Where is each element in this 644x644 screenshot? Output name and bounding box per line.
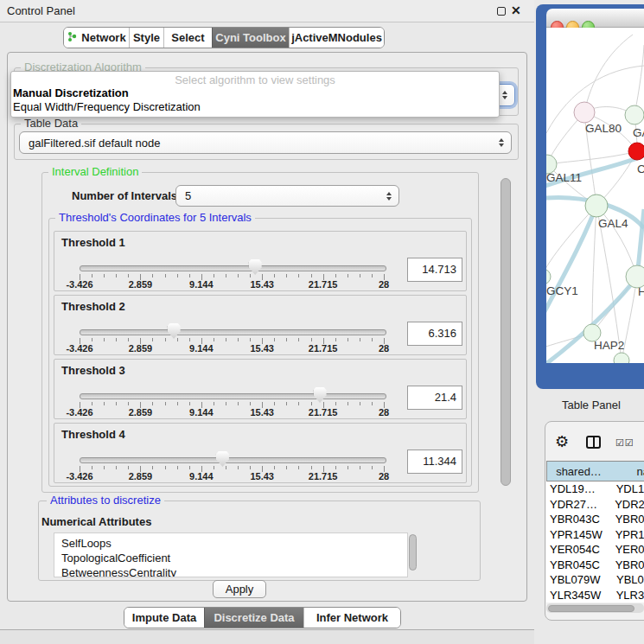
threshold-2-value-field[interactable]: 6.316 bbox=[407, 322, 462, 346]
bottom-node[interactable] bbox=[614, 353, 629, 363]
network-canvas[interactable]: GAL80GACGAL11GAL4GCY1HHAP2 bbox=[546, 28, 644, 363]
red-node[interactable] bbox=[628, 143, 644, 160]
tick-mark bbox=[128, 274, 129, 277]
threshold-3-value-field[interactable]: 21.4 bbox=[407, 386, 462, 410]
gal80-node[interactable] bbox=[574, 102, 595, 123]
table-cell[interactable]: YBR0 bbox=[614, 558, 644, 573]
table-cell[interactable]: YPR145W bbox=[546, 527, 614, 543]
tab-jactivemnodules[interactable]: jActiveMNodules bbox=[289, 28, 384, 48]
settings-scrollbar-thumb[interactable] bbox=[501, 178, 511, 486]
table-cell[interactable]: YER0 bbox=[614, 542, 644, 558]
attributes-scrollbar-thumb[interactable] bbox=[409, 534, 417, 571]
tick-mark bbox=[360, 402, 360, 405]
table-cell[interactable]: YBR0 bbox=[614, 512, 644, 527]
table-panel-title: Table Panel bbox=[562, 399, 621, 411]
table-row[interactable]: YBR045CYBR0 bbox=[546, 558, 644, 573]
tab-label: Infer Network bbox=[316, 611, 388, 624]
tab-style[interactable]: Style bbox=[129, 28, 163, 48]
checkboxes-icon[interactable]: ☑☑ bbox=[615, 437, 634, 449]
table-cell[interactable]: YLR345W bbox=[546, 588, 615, 603]
threshold-3-slider-thumb[interactable] bbox=[314, 387, 327, 403]
tab-network[interactable]: Network bbox=[64, 28, 129, 48]
number-of-intervals-combobox[interactable]: 5 bbox=[175, 185, 399, 207]
threshold-4-slider-thumb[interactable] bbox=[216, 451, 229, 467]
gcy1-node[interactable] bbox=[546, 269, 551, 284]
network-window-titlebar[interactable] bbox=[546, 9, 644, 28]
list-item[interactable]: BetweennessCentrality bbox=[54, 565, 407, 577]
list-item[interactable]: TopologicalCoefficient bbox=[54, 551, 407, 565]
table-row[interactable]: YLR345WYLR3 bbox=[546, 588, 644, 603]
table-cell[interactable]: YDR27… bbox=[546, 497, 613, 513]
split-columns-icon[interactable] bbox=[586, 436, 601, 449]
tick-mark bbox=[92, 466, 92, 469]
tab-cyni-toolbox[interactable]: Cyni Toolbox bbox=[212, 28, 289, 48]
network-edge-thick bbox=[546, 206, 596, 325]
table-cell[interactable]: YER054C bbox=[546, 542, 614, 558]
tick-mark bbox=[226, 338, 226, 341]
bottom-strip bbox=[0, 629, 534, 644]
tick-label: 2.859 bbox=[129, 279, 153, 290]
tab-label: Style bbox=[133, 31, 160, 44]
settings-scrollbar-track[interactable] bbox=[498, 166, 513, 577]
tick-mark bbox=[298, 274, 299, 277]
close-icon[interactable]: ✕ bbox=[511, 3, 521, 17]
threshold-1-slider-track[interactable] bbox=[80, 265, 386, 271]
network-graph: GAL80GACGAL11GAL4GCY1HHAP2 bbox=[546, 28, 644, 363]
table-cell[interactable]: YLR3 bbox=[615, 588, 644, 603]
tick-mark bbox=[335, 402, 336, 405]
table-cell[interactable]: YBL079W bbox=[546, 572, 615, 588]
numerical-attributes-list[interactable]: SelfLoopsTopologicalCoefficientBetweenne… bbox=[54, 532, 408, 577]
tab-discretize-data[interactable]: Discretize Data bbox=[204, 608, 303, 628]
column-header-name[interactable]: na bbox=[610, 461, 644, 481]
table-cell[interactable]: YBR043C bbox=[546, 512, 614, 527]
tick-mark bbox=[226, 466, 226, 469]
tick-mark bbox=[250, 274, 251, 277]
threshold-1-slider-thumb[interactable] bbox=[249, 259, 262, 275]
threshold-2-slider-track[interactable] bbox=[80, 329, 386, 335]
interval-definition-group-title: Interval Definition bbox=[48, 166, 142, 178]
top-right-node[interactable] bbox=[625, 105, 644, 124]
float-icon[interactable] bbox=[497, 7, 506, 16]
table-row[interactable]: YPR145WYPR1 bbox=[546, 527, 644, 543]
threshold-2-slider-thumb[interactable] bbox=[168, 323, 181, 339]
column-header-shared[interactable]: shared… bbox=[546, 461, 611, 481]
tab-select[interactable]: Select bbox=[163, 28, 212, 48]
tick-mark bbox=[116, 274, 117, 277]
tick-mark bbox=[238, 402, 239, 405]
algorithm-option-manual-discretization[interactable]: Manual Discretization bbox=[13, 86, 129, 99]
table-hscrollbar-track[interactable] bbox=[546, 603, 644, 613]
table-cell[interactable]: YBL0 bbox=[615, 572, 644, 588]
table-row[interactable]: YDR27…YDR2 bbox=[546, 497, 644, 513]
threshold-4-value-field[interactable]: 11.344 bbox=[407, 450, 462, 474]
tick-label: 28 bbox=[379, 407, 389, 418]
table-data-combobox[interactable]: galFiltered.sif default node bbox=[19, 131, 512, 154]
table-hscrollbar-thumb[interactable] bbox=[548, 605, 634, 612]
attributes-scrollbar-track[interactable] bbox=[408, 533, 418, 577]
tick-mark bbox=[214, 402, 214, 405]
table-cell[interactable]: YDR2 bbox=[613, 497, 644, 513]
tick-mark bbox=[286, 338, 287, 341]
table-row[interactable]: YDL19…YDL1 bbox=[546, 481, 644, 497]
list-item[interactable]: SelfLoops bbox=[54, 533, 407, 551]
threshold-4-slider-track[interactable] bbox=[80, 457, 386, 463]
table-row[interactable]: YBR043CYBR0 bbox=[546, 512, 644, 527]
threshold-3-slider-track[interactable] bbox=[80, 393, 386, 399]
table-cell[interactable]: YBR045C bbox=[546, 558, 614, 573]
tab-impute-data[interactable]: Impute Data bbox=[124, 608, 204, 628]
table-row[interactable]: YER054CYER0 bbox=[546, 542, 644, 558]
tick-mark bbox=[360, 338, 360, 341]
gear-icon[interactable]: ⚙ bbox=[555, 432, 569, 451]
gal4-node[interactable] bbox=[585, 194, 608, 217]
table-cell[interactable]: YDL1 bbox=[615, 481, 644, 497]
combo-stepper-icon bbox=[499, 138, 504, 147]
algorithm-option-equal-width-frequency[interactable]: Equal Width/Frequency Discretization bbox=[13, 100, 201, 113]
table-cell[interactable]: YDL19… bbox=[546, 481, 615, 497]
apply-button[interactable]: Apply bbox=[213, 580, 266, 598]
threshold-1-value-field[interactable]: 14.713 bbox=[407, 258, 462, 282]
apply-button-label: Apply bbox=[226, 583, 254, 596]
tick-mark bbox=[92, 402, 92, 405]
table-row[interactable]: YBL079WYBL0 bbox=[546, 572, 644, 588]
tab-infer-network[interactable]: Infer Network bbox=[303, 608, 400, 628]
tick-mark bbox=[274, 402, 275, 405]
table-cell[interactable]: YPR1 bbox=[614, 527, 644, 543]
